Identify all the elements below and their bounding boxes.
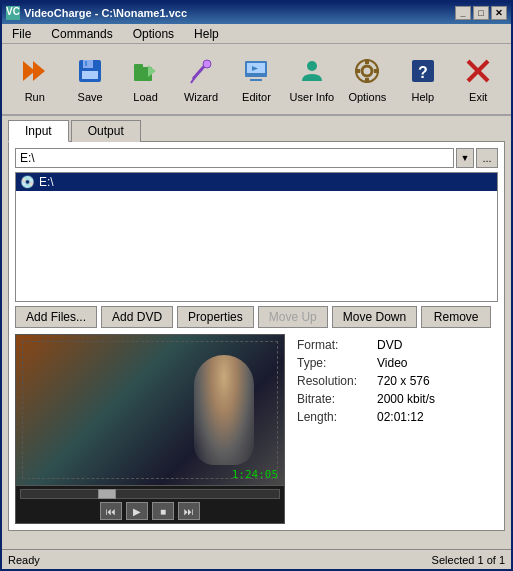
save-label: Save (78, 91, 103, 103)
format-label: Format: (297, 338, 377, 352)
save-button[interactable]: Save (63, 48, 116, 110)
svg-point-10 (203, 60, 211, 68)
status-right: Selected 1 of 1 (432, 554, 505, 566)
path-dropdown-button[interactable]: ▼ (456, 148, 474, 168)
load-icon (130, 55, 162, 87)
svg-rect-4 (82, 71, 98, 79)
ctrl-buttons: ⏮ ▶ ■ ⏭ (20, 502, 280, 520)
exit-button[interactable]: Exit (452, 48, 505, 110)
run-icon (19, 55, 51, 87)
video-controls: ⏮ ▶ ■ ⏭ (15, 486, 285, 524)
rewind-button[interactable]: ⏮ (100, 502, 122, 520)
svg-rect-22 (374, 69, 379, 73)
dvd-icon: 💿 (20, 175, 35, 189)
svg-marker-1 (33, 61, 45, 81)
menu-options[interactable]: Options (127, 25, 180, 43)
remove-button[interactable]: Remove (421, 306, 491, 328)
menu-help[interactable]: Help (188, 25, 225, 43)
userinfo-button[interactable]: User Info (285, 48, 338, 110)
length-value: 02:01:12 (377, 410, 424, 424)
progress-thumb[interactable] (98, 489, 116, 499)
info-format-row: Format: DVD (297, 338, 494, 352)
preview-area: 1:24:05 ⏮ ▶ ■ ⏭ (15, 334, 498, 524)
exit-label: Exit (469, 91, 487, 103)
forward-button[interactable]: ⏭ (178, 502, 200, 520)
run-label: Run (25, 91, 45, 103)
wizard-label: Wizard (184, 91, 218, 103)
help-label: Help (411, 91, 434, 103)
app-icon: VC (6, 6, 20, 20)
format-value: DVD (377, 338, 402, 352)
title-bar-text: VC VideoCharge - C:\Noname1.vcc (6, 6, 187, 20)
svg-text:?: ? (418, 64, 428, 81)
wizard-button[interactable]: Wizard (174, 48, 227, 110)
resolution-label: Resolution: (297, 374, 377, 388)
list-item[interactable]: 💿 E:\ (16, 173, 497, 191)
window-title: VideoCharge - C:\Noname1.vcc (24, 7, 187, 19)
tab-input[interactable]: Input (8, 120, 69, 142)
bitrate-value: 2000 kbit/s (377, 392, 435, 406)
status-bar: Ready Selected 1 of 1 (2, 549, 511, 569)
add-dvd-button[interactable]: Add DVD (101, 306, 173, 328)
editor-label: Editor (242, 91, 271, 103)
properties-button[interactable]: Properties (177, 306, 254, 328)
help-button[interactable]: ? Help (396, 48, 449, 110)
load-label: Load (133, 91, 157, 103)
move-up-button[interactable]: Move Up (258, 306, 328, 328)
options-label: Options (348, 91, 386, 103)
editor-button[interactable]: Editor (230, 48, 283, 110)
svg-rect-3 (83, 60, 93, 68)
title-bar: VC VideoCharge - C:\Noname1.vcc _ □ ✕ (2, 2, 511, 24)
file-list[interactable]: 💿 E:\ (15, 172, 498, 302)
path-row: ▼ ... (15, 148, 498, 168)
userinfo-icon (296, 55, 328, 87)
add-files-button[interactable]: Add Files... (15, 306, 97, 328)
input-panel: ▼ ... 💿 E:\ Add Files... Add DVD Propert… (8, 141, 505, 531)
resolution-value: 720 x 576 (377, 374, 430, 388)
svg-rect-15 (250, 79, 262, 81)
video-figure (194, 355, 254, 465)
length-label: Length: (297, 410, 377, 424)
svg-point-16 (307, 61, 317, 71)
wizard-icon (185, 55, 217, 87)
main-content: Input Output ▼ ... 💿 E:\ Add Files... Ad (2, 116, 511, 535)
close-button[interactable]: ✕ (491, 6, 507, 20)
info-type-row: Type: Video (297, 356, 494, 370)
progress-track[interactable] (20, 489, 280, 499)
load-button[interactable]: Load (119, 48, 172, 110)
status-left: Ready (8, 554, 40, 566)
video-preview: 1:24:05 ⏮ ▶ ■ ⏭ (15, 334, 285, 524)
main-window: VC VideoCharge - C:\Noname1.vcc _ □ ✕ Fi… (0, 0, 513, 571)
menu-bar: File Commands Options Help (2, 24, 511, 44)
info-length-row: Length: 02:01:12 (297, 410, 494, 424)
editor-icon (240, 55, 272, 87)
help-icon: ? (407, 55, 439, 87)
path-input[interactable] (15, 148, 454, 168)
video-screen: 1:24:05 (15, 334, 285, 486)
menu-file[interactable]: File (6, 25, 37, 43)
svg-rect-20 (365, 78, 369, 83)
toolbar: Run Save Load (2, 44, 511, 116)
type-value: Video (377, 356, 407, 370)
stop-button[interactable]: ■ (152, 502, 174, 520)
tab-bar: Input Output (8, 120, 505, 142)
video-timestamp: 1:24:05 (232, 468, 278, 481)
bitrate-label: Bitrate: (297, 392, 377, 406)
minimize-button[interactable]: _ (455, 6, 471, 20)
info-resolution-row: Resolution: 720 x 576 (297, 374, 494, 388)
svg-rect-21 (355, 69, 360, 73)
path-browse-button[interactable]: ... (476, 148, 498, 168)
options-button[interactable]: Options (341, 48, 394, 110)
list-item-label: E:\ (39, 175, 54, 189)
info-bitrate-row: Bitrate: 2000 kbit/s (297, 392, 494, 406)
maximize-button[interactable]: □ (473, 6, 489, 20)
type-label: Type: (297, 356, 377, 370)
tab-output[interactable]: Output (71, 120, 141, 142)
menu-commands[interactable]: Commands (45, 25, 118, 43)
exit-icon (462, 55, 494, 87)
save-icon (74, 55, 106, 87)
play-button[interactable]: ▶ (126, 502, 148, 520)
title-buttons: _ □ ✕ (455, 6, 507, 20)
move-down-button[interactable]: Move Down (332, 306, 417, 328)
run-button[interactable]: Run (8, 48, 61, 110)
